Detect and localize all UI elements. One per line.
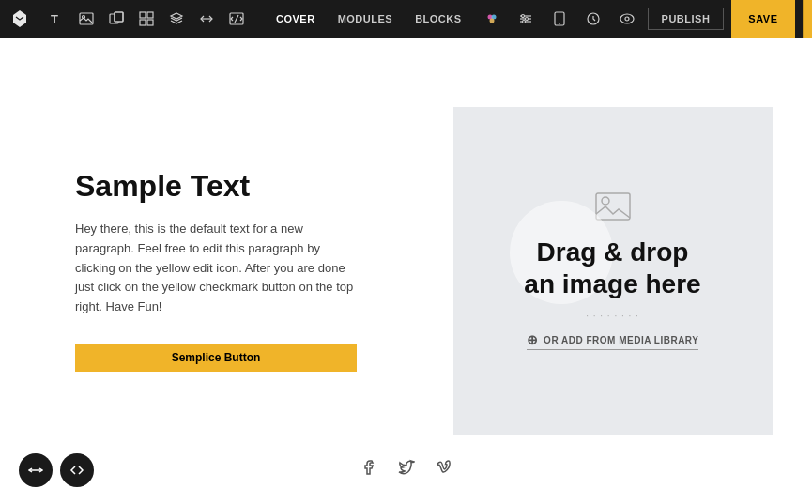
svg-point-19 [525, 18, 528, 21]
drop-title: Drag & drop an image here [524, 237, 700, 299]
svg-rect-8 [140, 20, 146, 25]
svg-rect-26 [596, 193, 630, 220]
main-content: Sample Text Hey there, this is the defau… [0, 38, 812, 504]
svg-point-25 [625, 17, 629, 21]
gallery-tool[interactable] [103, 6, 130, 32]
grid-tool[interactable] [133, 6, 160, 32]
svg-text:T: T [51, 12, 58, 26]
expand-button[interactable]: › [803, 0, 813, 38]
layers-tool[interactable] [163, 6, 190, 32]
nav-modules[interactable]: MODULES [327, 0, 405, 38]
svg-point-27 [602, 197, 609, 205]
sample-title: Sample Text [75, 170, 357, 203]
settings-icon[interactable] [513, 6, 539, 32]
mobile-icon[interactable] [546, 6, 573, 32]
semplice-button[interactable]: Semplice Button [75, 344, 357, 372]
image-drop-zone[interactable]: Drag & drop an image here · · · · · · · … [453, 107, 773, 435]
plus-icon: ⊕ [527, 332, 539, 347]
svg-rect-4 [115, 12, 123, 22]
right-panel: Drag & drop an image here · · · · · · · … [413, 38, 812, 504]
media-library-link[interactable]: ⊕ OR ADD FROM MEDIA LIBRARY [527, 332, 699, 350]
arrow-nav-button[interactable] [60, 453, 94, 487]
divider-tool[interactable] [193, 6, 220, 32]
image-tool[interactable] [73, 6, 100, 32]
drop-subtitle: · · · · · · · · [586, 311, 639, 321]
facebook-icon[interactable] [360, 459, 377, 476]
svg-point-14 [489, 19, 494, 23]
color-icon[interactable] [479, 6, 505, 32]
svg-point-24 [620, 14, 634, 23]
text-tool[interactable]: T [43, 6, 69, 32]
nav-cover[interactable]: COVER [265, 0, 327, 38]
tools-group: T [43, 6, 250, 32]
twitter-icon[interactable] [398, 459, 415, 476]
svg-rect-9 [147, 20, 153, 25]
publish-button[interactable]: PUBLISH [648, 8, 725, 30]
vimeo-icon[interactable] [436, 459, 452, 476]
main-nav: COVER MODULES BLOCKS [265, 0, 473, 38]
logo[interactable] [9, 6, 30, 32]
swap-nav-button[interactable] [19, 453, 53, 487]
svg-rect-6 [140, 12, 146, 18]
topbar-right: PUBLISH SAVE › [479, 0, 812, 38]
preview-icon[interactable] [614, 6, 640, 32]
nav-blocks[interactable]: BLOCKS [404, 0, 472, 38]
save-button[interactable]: SAVE [731, 0, 794, 38]
svg-point-20 [522, 21, 525, 23]
sample-body: Hey there, this is the default text for … [75, 220, 357, 317]
topbar: T COVER MODULES BLOCKS [0, 0, 812, 38]
clock-icon[interactable] [580, 6, 606, 32]
social-bar [360, 459, 452, 476]
svg-point-18 [521, 15, 524, 18]
left-panel: Sample Text Hey there, this is the defau… [0, 38, 413, 504]
bottom-nav [19, 453, 94, 487]
code-tool[interactable] [223, 6, 250, 32]
svg-rect-7 [147, 12, 153, 18]
